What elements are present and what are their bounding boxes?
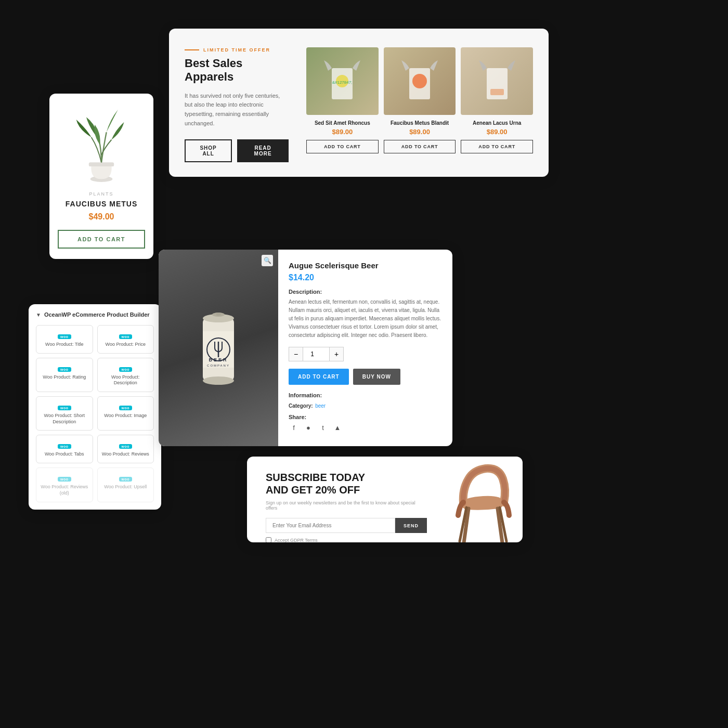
apparel-name-2: Faucibus Metus Blandit — [384, 120, 456, 126]
chair-image — [431, 461, 523, 542]
beer-info-label: Information: — [289, 392, 442, 398]
builder-item-short-desc[interactable]: woo Woo Product: Short Description — [36, 396, 93, 431]
beer-share-label: Share: — [289, 414, 442, 420]
builder-item-rating[interactable]: woo Woo Product: Rating — [36, 358, 93, 392]
apparel-item-2: Faucibus Metus Blandit $89.00 ADD TO CAR… — [384, 47, 456, 162]
builder-item-rating-label: Woo Product: Rating — [41, 374, 88, 381]
builder-item-tabs-label: Woo Product: Tabs — [41, 451, 88, 458]
woo-badge-8: woo — [119, 444, 133, 449]
beer-zoom-icon[interactable]: 🔍 — [262, 255, 273, 266]
subscribe-description: Sign up on our weekly newsletters and be… — [266, 500, 417, 511]
woo-badge-10: woo — [119, 477, 133, 482]
gdpr-checkbox[interactable] — [266, 537, 271, 542]
collapse-arrow-icon[interactable]: ▼ — [36, 312, 41, 318]
plant-image — [58, 102, 145, 185]
woo-badge-6: woo — [119, 406, 133, 410]
beer-background: BEER COMPANY — [159, 250, 278, 446]
builder-item-title-label: Woo Product: Title — [41, 342, 88, 348]
apparel-name-3: Aenean Lacus Urna — [461, 120, 533, 126]
apparel-image-1: &#127847; — [306, 47, 379, 115]
beer-info-side: Augue Scelerisque Beer $14.20 Descriptio… — [278, 250, 452, 446]
beer-image-side: BEER COMPANY 🔍 — [159, 250, 278, 446]
quantity-input[interactable] — [303, 347, 329, 361]
builder-item-description[interactable]: woo Woo Product: Description — [97, 358, 154, 392]
woo-badge-4: woo — [119, 367, 133, 372]
apparel-item-1: &#127847; Sed Sit Amet Rhoncus $89.00 AD… — [306, 47, 379, 162]
beer-description-text: Aenean lectus elit, fermentum non, conva… — [289, 298, 442, 340]
subscribe-send-button[interactable]: SEND — [395, 518, 427, 533]
offer-label: LIMITED TIME OFFER — [203, 47, 270, 53]
beer-category-row: Category: beer — [289, 400, 442, 410]
offer-dash-icon — [185, 49, 199, 50]
svg-rect-1 — [89, 162, 114, 166]
svg-text:COMPANY: COMPANY — [207, 364, 230, 367]
builder-item-reviews-old[interactable]: woo Woo Product: Reviews (old) — [36, 467, 93, 502]
builder-item-price-label: Woo Product: Price — [102, 342, 150, 348]
apparels-products: &#127847; Sed Sit Amet Rhoncus $89.00 AD… — [306, 47, 533, 162]
apparel-price-1: $89.00 — [306, 128, 379, 136]
pinterest-icon[interactable]: ● — [303, 422, 314, 433]
svg-point-11 — [203, 376, 234, 385]
apparel-cart-btn-1[interactable]: ADD TO CART — [306, 140, 379, 153]
apparel-price-2: $89.00 — [384, 128, 456, 136]
plant-title: FAUCIBUS METUS — [58, 200, 145, 208]
shop-all-button[interactable]: SHOP ALL — [185, 139, 232, 162]
plant-price: $49.00 — [58, 212, 145, 222]
svg-point-6 — [412, 74, 427, 88]
beer-add-to-cart-button[interactable]: ADD TO CART — [289, 369, 349, 385]
facebook-icon[interactable]: f — [289, 422, 299, 433]
beer-buy-now-button[interactable]: BUY NOW — [353, 369, 400, 385]
twitter-icon[interactable]: t — [318, 422, 328, 433]
builder-card: ▼ OceanWP eCommerce Product Builder woo … — [29, 304, 161, 510]
builder-item-upsell-label: Woo Product: Upsell — [102, 484, 150, 490]
beer-product-name: Augue Scelerisque Beer — [289, 261, 442, 270]
plant-add-to-cart-button[interactable]: ADD TO CART — [58, 230, 145, 249]
beer-quantity-row: − + — [289, 347, 356, 361]
read-more-button[interactable]: READ MORE — [237, 139, 289, 162]
svg-text:&#127847;: &#127847; — [332, 80, 353, 85]
subscribe-title-line2: AND GET 20% OFF — [266, 484, 360, 496]
beer-price: $14.20 — [289, 273, 442, 282]
subscribe-form: SEND — [266, 518, 427, 533]
builder-item-image-label: Woo Product: Image — [102, 413, 150, 419]
apparel-cart-btn-3[interactable]: ADD TO CART — [461, 140, 533, 153]
beer-social-icons: f ● t ▲ — [289, 422, 442, 433]
builder-item-image[interactable]: woo Woo Product: Image — [97, 396, 154, 431]
quantity-decrease-button[interactable]: − — [289, 347, 303, 361]
beer-information-section: Information: Category: beer — [289, 392, 442, 410]
beer-description-label: Description: — [289, 289, 442, 295]
woo-badge: woo — [58, 334, 71, 339]
apparel-item-3: Aenean Lacus Urna $89.00 ADD TO CART — [461, 47, 533, 162]
svg-rect-8 — [490, 89, 504, 95]
reddit-icon[interactable]: ▲ — [332, 422, 343, 433]
apparel-image-3 — [461, 47, 533, 115]
apparels-card: LIMITED TIME OFFER Best Sales Apparels I… — [169, 29, 549, 177]
builder-item-price[interactable]: woo Woo Product: Price — [97, 325, 154, 354]
woo-badge-5: woo — [58, 406, 71, 410]
apparels-buttons: SHOP ALL READ MORE — [185, 139, 289, 162]
woo-badge-2: woo — [119, 334, 133, 339]
builder-item-reviews-old-label: Woo Product: Reviews (old) — [41, 484, 88, 496]
subscribe-title: SUBSCRIBE TODAY AND GET 20% OFF — [266, 471, 411, 496]
builder-item-reviews-label: Woo Product: Reviews — [102, 451, 150, 458]
apparel-price-3: $89.00 — [461, 128, 533, 136]
builder-title: OceanWP eCommerce Product Builder — [44, 311, 150, 318]
builder-item-tabs[interactable]: woo Woo Product: Tabs — [36, 435, 93, 463]
builder-item-title[interactable]: woo Woo Product: Title — [36, 325, 93, 354]
beer-product-card: BEER COMPANY 🔍 Augue Scelerisque Beer $1… — [159, 250, 452, 446]
apparel-cart-btn-2[interactable]: ADD TO CART — [384, 140, 456, 153]
beer-category-label: Category: — [289, 403, 313, 409]
builder-item-reviews[interactable]: woo Woo Product: Reviews — [97, 435, 154, 463]
quantity-increase-button[interactable]: + — [329, 347, 344, 361]
gdpr-label: Accept GDPR Terms — [275, 538, 318, 543]
apparel-name-1: Sed Sit Amet Rhoncus — [306, 120, 379, 126]
builder-grid: woo Woo Product: Title woo Woo Product: … — [36, 325, 154, 502]
offer-line: LIMITED TIME OFFER — [185, 47, 289, 53]
subscribe-title-line1: SUBSCRIBE TODAY — [266, 472, 365, 483]
subscribe-email-input[interactable] — [266, 518, 395, 533]
beer-action-buttons: ADD TO CART BUY NOW — [289, 369, 442, 385]
plant-category: PLANTS — [58, 191, 145, 197]
builder-item-upsell[interactable]: woo Woo Product: Upsell — [97, 467, 154, 502]
subscribe-inner: SUBSCRIBE TODAY AND GET 20% OFF Sign up … — [266, 471, 504, 542]
plant-product-card: PLANTS FAUCIBUS METUS $49.00 ADD TO CART — [49, 94, 153, 259]
